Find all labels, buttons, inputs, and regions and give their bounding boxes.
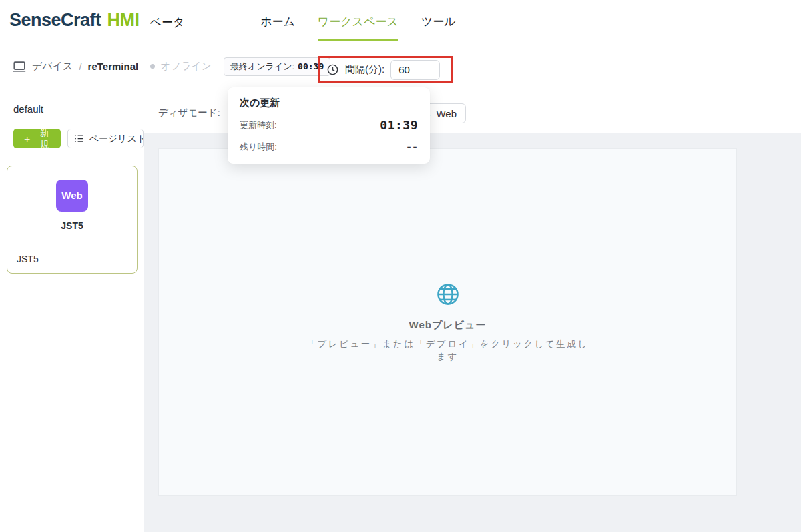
nav-item-tools[interactable]: ツール xyxy=(421,1,456,41)
nav-item-home[interactable]: ホーム xyxy=(260,1,295,41)
interval-highlight-box: 間隔(分): xyxy=(318,56,453,83)
nav-item-workspace[interactable]: ワークスペース xyxy=(318,1,398,41)
page-card-title: JST5 xyxy=(61,220,83,231)
globe-icon xyxy=(435,282,461,307)
device-bar: デバイス / reTerminal オフライン 最終オンライン: 00:39 間… xyxy=(0,41,801,91)
tooltip-row-remaining-time: 残り時間: -- xyxy=(240,141,418,153)
logo-text-sensecraft: SenseCraft xyxy=(9,10,101,31)
last-online-badge: 最終オンライン: 00:39 xyxy=(224,57,330,76)
interval-label: 間隔(分): xyxy=(345,63,384,76)
page-card-body: Web JST5 xyxy=(7,166,137,244)
new-page-button-label: 新規 xyxy=(37,127,52,151)
last-online-label: 最終オンライン: xyxy=(230,61,294,73)
remaining-time-label: 残り時間: xyxy=(240,141,277,153)
pages-sidebar: default ＋ 新規 ページリスト xyxy=(0,92,144,532)
offline-status-label: オフライン xyxy=(160,60,212,73)
dither-mode-label: ディザモード: xyxy=(158,107,220,119)
interval-input[interactable] xyxy=(390,60,440,80)
web-preview-panel: Webプレビュー 「プレビュー」または「デプロイ」をクリックして生成し ます xyxy=(158,148,737,496)
app-logo[interactable]: SenseCraft HMI ベータ xyxy=(9,10,184,31)
list-icon xyxy=(74,134,84,144)
web-preview-title: Webプレビュー xyxy=(409,319,487,332)
caption-line-2: ます xyxy=(306,350,588,363)
new-page-button[interactable]: ＋ 新規 xyxy=(13,129,61,148)
clock-icon xyxy=(326,63,339,76)
update-time-value: 01:39 xyxy=(380,118,418,132)
web-preview-caption: 「プレビュー」または「デプロイ」をクリックして生成し ます xyxy=(306,338,588,363)
remaining-time-value: -- xyxy=(406,141,418,153)
page-list-button[interactable]: ページリスト xyxy=(67,129,144,148)
plus-icon: ＋ xyxy=(22,134,32,144)
breadcrumb-separator: / xyxy=(79,61,81,72)
app-window: SenseCraft HMI ベータ ホーム ワークスペース ツール デバイス … xyxy=(0,0,801,532)
top-header: SenseCraft HMI ベータ ホーム ワークスペース ツール xyxy=(0,0,801,41)
web-tab-label: Web xyxy=(436,108,457,119)
tooltip-row-update-time: 更新時刻: 01:39 xyxy=(240,118,418,132)
page-card-footer-label: JST5 xyxy=(7,244,137,274)
group-title: default xyxy=(13,103,43,115)
logo-beta-label: ベータ xyxy=(150,15,185,30)
breadcrumb-devices[interactable]: デバイス xyxy=(32,60,73,73)
main-nav: ホーム ワークスペース ツール xyxy=(260,0,456,41)
page-list-button-label: ページリスト xyxy=(89,133,144,145)
offline-status-dot xyxy=(150,64,155,69)
device-icon xyxy=(12,59,27,74)
next-update-tooltip: 次の更新 更新時刻: 01:39 残り時間: -- xyxy=(228,87,430,164)
tooltip-title: 次の更新 xyxy=(240,97,418,109)
sidebar-button-row: ＋ 新規 ページリスト xyxy=(13,129,144,148)
update-time-label: 更新時刻: xyxy=(240,119,277,131)
page-card-jst5[interactable]: Web JST5 JST5 xyxy=(7,166,138,274)
breadcrumb: デバイス / reTerminal オフライン 最終オンライン: 00:39 xyxy=(12,41,330,91)
logo-text-hmi: HMI xyxy=(107,10,140,31)
breadcrumb-device-name[interactable]: reTerminal xyxy=(88,61,139,72)
web-page-badge: Web xyxy=(56,180,88,212)
caption-line-1: 「プレビュー」または「デプロイ」をクリックして生成し xyxy=(306,338,588,350)
